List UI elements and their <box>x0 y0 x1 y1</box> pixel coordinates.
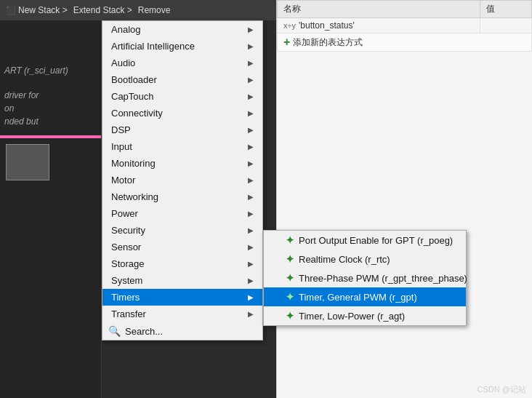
arrow-icon: ▶ <box>248 109 254 117</box>
arrow-icon: ▶ <box>248 76 254 84</box>
arrow-icon-active: ▶ <box>248 293 254 301</box>
submenu-item-low-power[interactable]: ✦ Timer, Low-Power (r_agt) <box>264 306 466 325</box>
menu-item-timers[interactable]: Timers ▶ <box>102 289 262 306</box>
new-stack-button[interactable]: ⬛ New Stack > <box>6 5 68 15</box>
arrow-icon: ▶ <box>248 193 254 201</box>
value-column-header: 值 <box>480 1 532 18</box>
gear-plus-icon: ✦ <box>286 253 294 265</box>
submenu-item-poeg[interactable]: ✦ Port Output Enable for GPT (r_poeg) <box>264 231 466 250</box>
menu-item-audio[interactable]: Audio ▶ <box>102 55 262 71</box>
thumbnail <box>6 144 49 180</box>
arrow-icon: ▶ <box>248 260 254 268</box>
arrow-icon: ▶ <box>248 310 254 318</box>
menu-item-connectivity[interactable]: Connectivity ▶ <box>102 105 262 122</box>
menu-item-sensor[interactable]: Sensor ▶ <box>102 239 262 255</box>
table-row: x÷y 'button_status' <box>278 18 532 33</box>
left-text-3: on <box>0 102 101 115</box>
arrow-icon: ▶ <box>248 42 254 50</box>
menu-item-security[interactable]: Security ▶ <box>102 222 262 239</box>
right-panel: 名称 值 x÷y 'button_status' + 添加新的表达方式 <box>276 0 532 398</box>
arrow-icon: ▶ <box>248 143 254 151</box>
name-column-header: 名称 <box>278 1 480 18</box>
gear-plus-icon: ✦ <box>286 310 294 322</box>
gear-plus-icon-active: ✦ <box>286 291 294 303</box>
menu-item-motor[interactable]: Motor ▶ <box>102 172 262 188</box>
expressions-table: 名称 值 x÷y 'button_status' + 添加新的表达方式 <box>277 0 532 52</box>
search-rocket-icon: 🔍 <box>108 325 121 337</box>
left-text-2: driver for <box>0 89 101 102</box>
arrow-icon: ▶ <box>248 25 254 33</box>
add-plus-icon: + <box>283 36 290 49</box>
left-text-1: ART (r_sci_uart) <box>0 64 101 77</box>
arrow-icon: ▶ <box>248 92 254 100</box>
arrow-icon: ▶ <box>248 276 254 284</box>
gear-plus-icon: ✦ <box>286 234 294 246</box>
menu-item-networking[interactable]: Networking ▶ <box>102 188 262 205</box>
arrow-icon: ▶ <box>248 210 254 218</box>
timers-submenu: ✦ Port Output Enable for GPT (r_poeg) ✦ … <box>263 230 467 326</box>
pink-bar <box>0 135 101 138</box>
main-dropdown-menu: Analog ▶ Artificial Intelligence ▶ Audio… <box>102 20 263 341</box>
menu-item-search[interactable]: 🔍 Search... <box>102 322 262 340</box>
arrow-icon: ▶ <box>248 59 254 67</box>
menu-item-system[interactable]: System ▶ <box>102 272 262 289</box>
add-expression-row[interactable]: + 添加新的表达方式 <box>278 33 532 52</box>
extend-stack-button[interactable]: Extend Stack > <box>73 5 132 15</box>
menu-item-monitoring[interactable]: Monitoring ▶ <box>102 155 262 172</box>
expression-type-icon: x÷y <box>283 21 296 30</box>
remove-button[interactable]: Remove <box>138 5 171 15</box>
menu-item-storage[interactable]: Storage ▶ <box>102 255 262 272</box>
menu-item-captouch[interactable]: CapTouch ▶ <box>102 88 262 105</box>
menu-item-ai[interactable]: Artificial Intelligence ▶ <box>102 38 262 55</box>
submenu-item-general-pwm[interactable]: ✦ Timer, General PWM (r_gpt) <box>264 287 466 306</box>
arrow-icon: ▶ <box>248 159 254 167</box>
arrow-icon: ▶ <box>248 176 254 184</box>
left-content-panel: ART (r_sci_uart) driver for on nded but <box>0 20 102 398</box>
menu-item-power[interactable]: Power ▶ <box>102 205 262 222</box>
watermark: CSDN @记站 <box>477 384 526 395</box>
menu-item-transfer[interactable]: Transfer ▶ <box>102 306 262 322</box>
menu-item-bootloader[interactable]: Bootloader ▶ <box>102 71 262 88</box>
gear-plus-icon: ✦ <box>286 272 294 284</box>
menu-item-input[interactable]: Input ▶ <box>102 138 262 155</box>
submenu-item-three-phase[interactable]: ✦ Three-Phase PWM (r_gpt_three_phase) <box>264 268 466 287</box>
menu-item-dsp[interactable]: DSP ▶ <box>102 122 262 138</box>
left-text-4: nded but <box>0 115 101 128</box>
arrow-icon: ▶ <box>248 126 254 134</box>
menu-item-analog[interactable]: Analog ▶ <box>102 21 262 38</box>
submenu-item-rtc[interactable]: ✦ Realtime Clock (r_rtc) <box>264 250 466 268</box>
arrow-icon: ▶ <box>248 226 254 234</box>
toolbar: ⬛ New Stack > Extend Stack > Remove <box>0 0 276 20</box>
arrow-icon: ▶ <box>248 243 254 251</box>
